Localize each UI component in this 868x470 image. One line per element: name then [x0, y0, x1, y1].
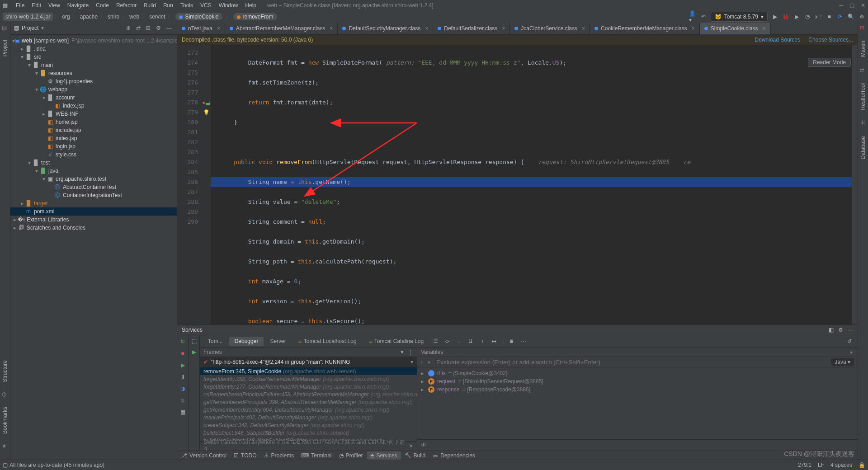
menu-file[interactable]: File [12, 1, 28, 9]
layout-icon[interactable]: ◧ [829, 327, 834, 333]
user-icon[interactable]: 👤▾ [689, 13, 696, 20]
tree-resources[interactable]: ▾▉resources [10, 69, 177, 77]
debug-icon[interactable]: 🐞 [782, 13, 789, 20]
menu-run[interactable]: Run [160, 1, 177, 9]
stop-icon[interactable]: ■ [179, 350, 186, 357]
status-box-icon[interactable]: ▢ [3, 462, 8, 468]
editor-tab[interactable]: nTest.java× [177, 23, 225, 34]
watch-expression-input[interactable] [435, 358, 827, 366]
tab-version-control[interactable]: ⎇Version Control [177, 451, 230, 460]
process-icon[interactable]: ⬚ [192, 338, 197, 344]
hide-icon[interactable]: — [848, 327, 853, 333]
close-icon[interactable]: ✕ [861, 2, 865, 9]
tree-webinf[interactable]: ▸▉WEB-INF [10, 110, 177, 118]
tab-debugger[interactable]: Debugger [229, 337, 264, 346]
run-icon[interactable]: ▶ [771, 13, 778, 20]
tab-dependencies[interactable]: ⫘Dependencies [429, 451, 479, 460]
stop-icon[interactable]: ■ [826, 13, 833, 20]
search-icon[interactable]: 🔍 [847, 13, 854, 20]
stack-frame[interactable]: getRememberedIdentity:604, DefaultSecuri… [200, 406, 417, 414]
new-watch-icon[interactable]: ＋ [849, 348, 854, 356]
maximize-icon[interactable]: ▢ [849, 2, 854, 9]
choose-sources-link[interactable]: Choose Sources... [808, 37, 853, 43]
project-view-icon[interactable]: ▤ [14, 25, 19, 31]
tree-login[interactable]: ◧login.jsp [10, 142, 177, 150]
tree-account-index[interactable]: ◧index.jsp [10, 102, 177, 110]
structure-icon[interactable]: ⌬ [2, 391, 8, 398]
maven-icon[interactable]: m [860, 24, 866, 31]
minimize-icon[interactable]: ─ [839, 2, 843, 9]
attach-icon[interactable]: ⏵⋮ [815, 13, 822, 20]
download-sources-link[interactable]: Download Sources [755, 37, 801, 43]
close-tab-icon[interactable]: × [217, 25, 220, 32]
tree-src[interactable]: ▾▉src [10, 53, 177, 61]
bookmarks-tool-label[interactable]: Bookmarks [2, 405, 8, 436]
menu-build[interactable]: Build [140, 1, 160, 9]
tree-index2[interactable]: ◧index.jsp [10, 134, 177, 142]
add-watch-icon[interactable]: ＋ [426, 358, 432, 366]
rerun-icon[interactable]: ↻ [179, 338, 186, 345]
step-out-icon[interactable]: ↑ [478, 337, 487, 346]
project-tool-label[interactable]: Project [2, 38, 8, 58]
editor-tab[interactable]: CookieRememberMeManager.class× [590, 23, 700, 34]
mute-breakpoints-icon[interactable]: ⦸ [179, 397, 186, 404]
watch-lang[interactable]: Java ▾ [831, 358, 854, 366]
close-tab-icon[interactable]: × [330, 25, 333, 32]
threads-icon[interactable]: ☰ [431, 337, 440, 346]
thread-selector[interactable]: ✔"http-nio-8081-exec-4"@2,244 in group "… [200, 357, 417, 367]
evaluate-icon[interactable]: 🖩 [507, 337, 516, 346]
editor-tab[interactable]: DefaultSecurityManager.class× [338, 23, 433, 34]
menu-window[interactable]: Window [215, 1, 242, 9]
tree-style[interactable]: #style.css [10, 150, 177, 159]
menu-navigate[interactable]: Navigate [64, 1, 92, 9]
tree-inttest[interactable]: ⒸContainerIntegrationTest [10, 191, 177, 199]
restful-icon[interactable]: ⇄ [860, 67, 866, 73]
editor-tab[interactable]: DefaultSerializer.class× [433, 23, 510, 34]
tree-extlib[interactable]: ▸�⫴External Libraries [10, 216, 177, 224]
tab-services[interactable]: ⬘Services [367, 451, 401, 460]
tab-tomcat-catalina-log[interactable]: ≣ Tomcat Catalina Log [363, 337, 429, 346]
tree-abstracttest[interactable]: ⒸAbstractContainerTest [10, 183, 177, 191]
expand-all-icon[interactable]: ⇄ [135, 25, 142, 31]
editor-tab[interactable]: SimpleCookie.class× [700, 23, 771, 34]
tree-include[interactable]: ◧include.jsp [10, 126, 177, 134]
code-area[interactable]: DateFormat fmt = new SimpleDateFormat( p… [211, 45, 852, 324]
back-icon[interactable]: ↶ [700, 13, 707, 20]
stack-frame[interactable]: forgetIdentity:288, CookieRememberMeMana… [200, 375, 417, 383]
run-coverage-icon[interactable]: ▶̤ [793, 13, 800, 20]
tree-java[interactable]: ▾▉java [10, 167, 177, 175]
running-process-icon[interactable]: ▶ [192, 349, 196, 355]
maven-label[interactable]: Maven [860, 39, 866, 59]
database-icon[interactable]: 🗄 [860, 120, 866, 126]
tree-root[interactable]: ▾▣web [samples-web]F:\javasec-env\shiro-… [10, 37, 177, 45]
stack-frame[interactable]: getRememberedPrincipals:399, AbstractRem… [200, 398, 417, 406]
force-step-into-icon[interactable]: ⇊ [466, 337, 475, 346]
collapse-icon[interactable]: ⊟ [145, 25, 152, 31]
reader-mode-badge[interactable]: Reader Mode [808, 58, 851, 67]
tab-build[interactable]: 🔨Build [401, 451, 429, 460]
close-tab-icon[interactable]: × [582, 25, 585, 32]
menu-refactor[interactable]: Refactor [113, 1, 140, 9]
breadcrumb-web[interactable]: web [128, 14, 140, 20]
variable-row[interactable]: ▸Presponse = {ResponseFacade@3886} [417, 385, 858, 394]
breadcrumb-class[interactable]: SimpleCookie [175, 13, 222, 20]
tab-tomcat-localhost-log[interactable]: ≣ Tomcat Localhost Log [292, 337, 362, 346]
project-tool-icon[interactable]: ▤ [2, 24, 8, 31]
tree-main[interactable]: ▾▉main [10, 61, 177, 69]
breadcrumb-apache[interactable]: apache [79, 14, 99, 20]
run-to-cursor-icon[interactable]: ↦ [490, 337, 499, 346]
stack-frame[interactable]: resolvePrincipals:492, DefaultSecurityMa… [200, 414, 417, 421]
breadcrumb-method[interactable]: removeFrom [233, 13, 277, 20]
tab-problems[interactable]: ⚠Problems [260, 451, 298, 460]
run-config-selector[interactable]: 🐱 Tomcat 8.5.79 ▾ [711, 12, 768, 22]
tree-idea[interactable]: ▸▉.idea [10, 45, 177, 53]
profiler-run-icon[interactable]: ◔ [804, 13, 811, 20]
menu-code[interactable]: Code [92, 1, 113, 9]
tree-log4j[interactable]: ⚙log4j.properties [10, 77, 177, 85]
stack-frame[interactable]: onRememberedPrincipalFailure:458, Abstra… [200, 390, 417, 398]
database-label[interactable]: Database [860, 134, 866, 161]
tree-account[interactable]: ▾▉account [10, 94, 177, 102]
trace-icon[interactable]: ⋯ [519, 337, 528, 346]
project-tree[interactable]: ▾▣web [samples-web]F:\javasec-env\shiro-… [10, 35, 177, 460]
pause-icon[interactable]: ⏸ [179, 373, 186, 381]
